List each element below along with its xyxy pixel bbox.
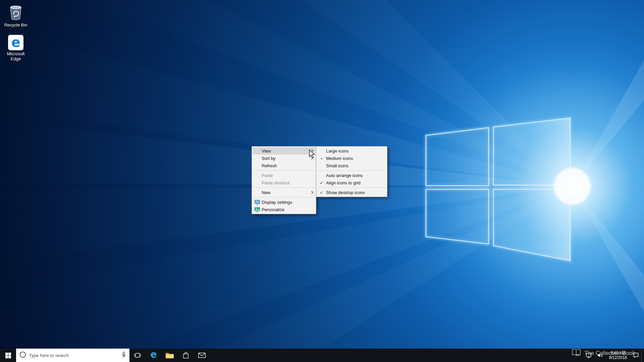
taskbar: e bbox=[0, 349, 644, 362]
view-submenu: Large icons●Medium iconsSmall iconsAuto … bbox=[316, 146, 387, 197]
desktop-icon-label: Microsoft Edge bbox=[2, 51, 29, 61]
task-view-icon bbox=[134, 352, 141, 359]
microsoft-edge-icon: e bbox=[0, 35, 31, 50]
cortana-icon bbox=[19, 351, 26, 360]
menu-item-auto-arrange-icons[interactable]: Auto arrange icons bbox=[317, 172, 386, 179]
desktop-icon-microsoft-edge[interactable]: e Microsoft Edge bbox=[0, 35, 31, 62]
edge-letter: e bbox=[11, 36, 20, 49]
network-icon[interactable] bbox=[583, 349, 595, 362]
taskbar-edge-button[interactable]: e bbox=[146, 349, 162, 362]
menu-item-paste-shortcut[interactable]: Paste shortcut bbox=[253, 179, 315, 186]
menu-item-label: Show desktop icons bbox=[326, 190, 386, 195]
taskbar-empty-area[interactable] bbox=[210, 349, 572, 362]
taskbar-file-explorer-button[interactable] bbox=[162, 349, 178, 362]
desktop-icon-label: Recycle Bin bbox=[4, 22, 28, 27]
menu-item-label: Paste bbox=[262, 173, 315, 178]
edge-icon: e bbox=[151, 350, 157, 359]
taskbar-store-button[interactable] bbox=[178, 349, 194, 362]
taskbar-mail-button[interactable] bbox=[194, 349, 210, 362]
menu-item-display-settings[interactable]: Display settings bbox=[253, 198, 315, 206]
taskbar-search[interactable] bbox=[16, 349, 129, 362]
system-tray: 9:49 AM 9/12/2018 bbox=[572, 349, 644, 362]
menu-item-label: Large icons bbox=[326, 148, 386, 154]
action-center-button[interactable] bbox=[630, 349, 641, 362]
desktop[interactable]: Recycle Bin e Microsoft Edge ViewSort by… bbox=[0, 0, 644, 362]
display-settings-icon bbox=[253, 200, 262, 205]
menu-item-label: Medium icons bbox=[326, 156, 386, 161]
submenu-arrow-icon bbox=[309, 190, 315, 194]
radio-selected-icon: ● bbox=[317, 157, 326, 160]
show-desktop-button[interactable] bbox=[641, 349, 644, 362]
desktop-context-menu: ViewSort byRefreshPastePaste shortcutNew… bbox=[252, 146, 316, 214]
clock-time: 9:49 AM bbox=[610, 351, 625, 355]
action-center-icon bbox=[633, 353, 639, 358]
menu-item-label: Refresh bbox=[262, 163, 315, 168]
clock-date: 9/12/2018 bbox=[609, 355, 627, 360]
menu-separator bbox=[318, 170, 386, 171]
menu-item-paste[interactable]: Paste bbox=[253, 172, 315, 179]
menu-item-personalize[interactable]: Personalize bbox=[253, 206, 315, 213]
menu-item-view[interactable]: View bbox=[253, 147, 315, 155]
start-button[interactable] bbox=[0, 349, 16, 362]
menu-item-label: New bbox=[262, 190, 309, 195]
menu-item-label: Display settings bbox=[262, 200, 315, 205]
menu-item-medium-icons[interactable]: ●Medium icons bbox=[317, 155, 386, 162]
menu-item-refresh[interactable]: Refresh bbox=[253, 162, 315, 169]
checkmark-icon: ✓ bbox=[317, 190, 326, 195]
menu-item-sort-by[interactable]: Sort by bbox=[253, 155, 315, 162]
desktop-icon-recycle-bin[interactable]: Recycle Bin bbox=[0, 4, 31, 28]
microphone-icon[interactable] bbox=[121, 352, 126, 359]
menu-item-align-icons-to-grid[interactable]: ✓Align icons to grid bbox=[317, 179, 386, 186]
menu-item-label: Personalize bbox=[262, 207, 315, 212]
menu-separator bbox=[253, 187, 315, 188]
menu-item-label: Paste shortcut bbox=[262, 180, 315, 185]
file-explorer-icon bbox=[165, 352, 174, 359]
menu-item-label: Sort by bbox=[262, 156, 309, 161]
mail-icon bbox=[198, 353, 206, 358]
menu-item-large-icons[interactable]: Large icons bbox=[317, 147, 386, 155]
menu-item-new[interactable]: New bbox=[253, 189, 315, 196]
search-input[interactable] bbox=[29, 353, 119, 358]
volume-icon[interactable] bbox=[595, 349, 606, 362]
windows-logo-icon bbox=[5, 353, 11, 358]
menu-item-show-desktop-icons[interactable]: ✓Show desktop icons bbox=[317, 189, 386, 196]
recycle-bin-icon bbox=[0, 4, 31, 21]
personalize-icon bbox=[253, 207, 262, 212]
microsoft-store-icon bbox=[182, 352, 189, 359]
submenu-arrow-icon bbox=[309, 156, 315, 160]
menu-item-label: Auto arrange icons bbox=[326, 173, 386, 178]
menu-separator bbox=[318, 187, 386, 188]
menu-separator bbox=[253, 197, 315, 197]
menu-separator bbox=[253, 170, 315, 171]
hidden-icons-chevron[interactable] bbox=[572, 349, 583, 362]
task-view-button[interactable] bbox=[129, 349, 146, 362]
checkmark-icon: ✓ bbox=[317, 180, 326, 185]
submenu-arrow-icon bbox=[309, 149, 315, 153]
menu-item-label: Small icons bbox=[326, 163, 386, 168]
menu-item-label: View bbox=[262, 148, 309, 154]
menu-item-label: Align icons to grid bbox=[326, 180, 386, 185]
taskbar-clock[interactable]: 9:49 AM 9/12/2018 bbox=[606, 349, 630, 362]
menu-item-small-icons[interactable]: Small icons bbox=[317, 162, 386, 169]
